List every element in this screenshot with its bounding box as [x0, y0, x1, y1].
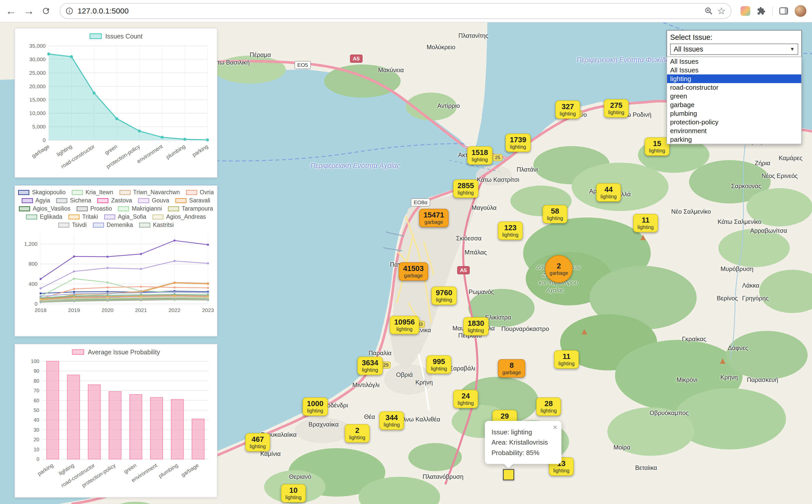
- legend-swatch: [76, 206, 88, 211]
- bookmark-star-icon[interactable]: ☆: [717, 6, 726, 16]
- map-marker-lighting[interactable]: 9760lighting: [431, 287, 457, 305]
- legend-item[interactable]: Eglikada: [26, 213, 62, 220]
- legend-item[interactable]: Ovria: [186, 189, 214, 196]
- map-marker-lighting[interactable]: 1518lighting: [467, 146, 492, 165]
- issue-filter-control: Select Issue: All Issues ▼: [667, 30, 802, 58]
- legend-item[interactable]: Skagiopoulio: [18, 189, 66, 196]
- map-marker-lighting[interactable]: 275lighting: [604, 99, 629, 118]
- issue-option[interactable]: plumbing: [667, 109, 801, 118]
- map-marker-lighting[interactable]: 995lighting: [426, 355, 451, 374]
- map-marker-lighting[interactable]: 2855lighting: [453, 179, 478, 198]
- marker-count: 3634: [362, 359, 378, 367]
- legend-item[interactable]: Agios_Andreas: [152, 213, 206, 220]
- side-panel-icon[interactable]: [779, 7, 788, 15]
- issue-option[interactable]: garbage: [667, 100, 801, 109]
- marker-type-label: lighting: [431, 366, 447, 371]
- map-marker-garbage[interactable]: 15471garbage: [419, 209, 449, 227]
- selected-issue-marker[interactable]: [503, 469, 514, 480]
- map-marker-lighting[interactable]: 58lighting: [542, 205, 567, 223]
- map-marker-lighting[interactable]: 15lighting: [645, 137, 669, 156]
- legend-item[interactable]: Sichena: [56, 197, 91, 204]
- legend-item[interactable]: Tsivdi: [58, 222, 87, 228]
- legend-item[interactable]: Agyia: [22, 197, 50, 204]
- issue-option[interactable]: All Issues: [667, 57, 801, 66]
- legend-item[interactable]: Tritaki: [68, 213, 98, 220]
- marker-count: 344: [386, 414, 398, 422]
- issue-option[interactable]: protection-policy: [667, 118, 801, 126]
- legend-item[interactable]: Zastova: [97, 197, 132, 204]
- marker-count: 15: [653, 140, 661, 148]
- legend-item[interactable]: Demenika: [93, 222, 133, 228]
- legend-item[interactable]: Agia_Sofia: [104, 213, 146, 220]
- legend-item[interactable]: Kastritsi: [139, 222, 174, 228]
- marker-count: 2: [355, 427, 359, 435]
- legend-item[interactable]: Makrigianni: [118, 205, 162, 212]
- map-marker-lighting[interactable]: 1739lighting: [505, 134, 531, 152]
- marker-type-label: lighting: [362, 367, 378, 373]
- svg-text:lighting: lighting: [56, 143, 73, 158]
- map-marker-lighting[interactable]: 24lighting: [453, 390, 478, 408]
- map-marker-garbage[interactable]: 41503garbage: [399, 262, 428, 281]
- svg-text:0: 0: [36, 456, 39, 462]
- svg-text:800: 800: [29, 261, 37, 267]
- reload-button[interactable]: [41, 6, 50, 16]
- map-marker-lighting[interactable]: 344lighting: [379, 411, 404, 430]
- marker-count: 29: [501, 412, 509, 420]
- map[interactable]: ΠλατανίτηςΜολύκρειοΠέραμαΚάτω ΒασιλικήΜα…: [0, 22, 812, 504]
- map-marker-lighting[interactable]: 11lighting: [633, 214, 658, 232]
- extensions-puzzle-icon[interactable]: [757, 7, 766, 15]
- issue-option[interactable]: All Issues: [667, 66, 801, 74]
- legend-item[interactable]: Kria_Itewn: [72, 189, 113, 196]
- issue-select[interactable]: All Issues ▼: [670, 44, 798, 55]
- url-text[interactable]: 127.0.0.1:5000: [78, 7, 700, 15]
- map-marker-lighting[interactable]: 1830lighting: [463, 317, 489, 335]
- map-marker-lighting[interactable]: 327lighting: [555, 100, 580, 119]
- profile-avatar[interactable]: [795, 5, 806, 17]
- issues-count-legend[interactable]: Issues Count: [18, 32, 214, 40]
- marker-type-label: lighting: [458, 190, 474, 196]
- marker-count: 9760: [436, 289, 452, 297]
- popup-close-button[interactable]: ×: [553, 423, 557, 432]
- legend-item[interactable]: Tarampoura: [168, 205, 213, 212]
- map-marker-lighting[interactable]: 3634lighting: [358, 357, 383, 375]
- marker-count: 2: [557, 262, 561, 270]
- marker-count: 15471: [424, 211, 444, 219]
- forward-button[interactable]: →: [23, 6, 34, 16]
- issue-option[interactable]: environment: [667, 126, 801, 135]
- map-marker-lighting[interactable]: 11lighting: [554, 350, 579, 369]
- marker-count: 1739: [510, 136, 526, 144]
- map-marker-lighting[interactable]: 2lighting: [345, 424, 370, 443]
- map-marker-lighting[interactable]: 123lighting: [498, 222, 523, 240]
- site-info-icon[interactable]: [65, 7, 73, 15]
- issue-option[interactable]: lighting: [667, 74, 801, 83]
- back-button[interactable]: ←: [6, 6, 16, 16]
- issue-option[interactable]: road-constructor: [667, 83, 801, 92]
- browser-toolbar: ← → 127.0.0.1:5000: [0, 0, 812, 22]
- legend-item[interactable]: Triwn_Navarchwn: [119, 189, 180, 196]
- map-marker-lighting[interactable]: 44lighting: [596, 183, 621, 202]
- zoom-icon[interactable]: [704, 7, 713, 15]
- svg-text:protection-policy: protection-policy: [81, 462, 117, 488]
- legend-item[interactable]: Proastio: [76, 205, 112, 212]
- marker-count: 1830: [468, 319, 484, 328]
- probability-legend[interactable]: Average Issue Probability: [18, 348, 214, 356]
- map-marker-lighting[interactable]: 1000lighting: [303, 397, 328, 416]
- map-marker-garbage[interactable]: 8garbage: [498, 359, 525, 378]
- legend-item[interactable]: Agios_Vasilios: [19, 205, 70, 212]
- map-marker-lighting[interactable]: 28lighting: [536, 397, 561, 416]
- url-bar[interactable]: 127.0.0.1:5000 ☆: [60, 3, 731, 19]
- svg-text:70: 70: [34, 388, 39, 393]
- map-marker-lighting[interactable]: 10lighting: [281, 484, 306, 502]
- legend-item[interactable]: Saravali: [175, 197, 210, 204]
- map-marker-lighting[interactable]: 467lighting: [245, 433, 270, 451]
- svg-text:environment: environment: [136, 143, 164, 164]
- svg-text:30: 30: [34, 427, 39, 433]
- marker-type-label: lighting: [638, 224, 654, 230]
- extension-icon-colorful[interactable]: [741, 6, 750, 16]
- issue-option[interactable]: green: [667, 92, 801, 100]
- svg-text:garbage: garbage: [180, 462, 199, 478]
- map-marker-lighting[interactable]: 10956lighting: [390, 316, 419, 334]
- map-marker-garbage[interactable]: 2garbage: [545, 255, 572, 283]
- legend-item[interactable]: Gouva: [138, 197, 169, 204]
- issue-option[interactable]: parking: [667, 135, 801, 144]
